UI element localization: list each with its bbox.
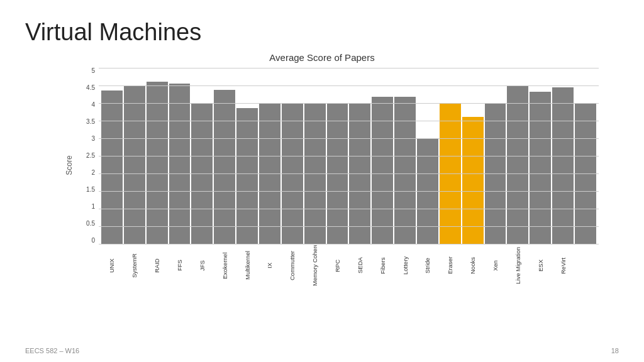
y-tick: 4 (91, 102, 95, 108)
x-label-wrapper: Xen (485, 245, 506, 289)
grid-line (99, 138, 599, 139)
x-label-wrapper: Exokernel (214, 245, 235, 289)
bar (147, 82, 168, 244)
x-label-wrapper: Memory Coherence (304, 245, 326, 289)
bar (214, 90, 235, 244)
x-label: Live Migration (514, 245, 521, 286)
chart-title: Average Score of Papers (45, 52, 599, 63)
x-label: ESX (537, 245, 544, 286)
x-label: Xen (492, 245, 499, 286)
y-tick: 0 (91, 238, 95, 244)
footer-right: 18 (611, 347, 619, 354)
grid-line (99, 85, 599, 86)
x-label: Stride (424, 245, 431, 286)
grid-line (99, 156, 599, 156)
grid-line (99, 103, 599, 104)
x-label-wrapper: UNIX (101, 245, 123, 289)
bar (462, 117, 484, 244)
grid-line (99, 244, 599, 244)
grid-line (99, 191, 599, 192)
grid-line (99, 68, 599, 69)
y-tick: 2.5 (86, 153, 95, 159)
x-label: SEDA (357, 245, 364, 286)
bar (530, 92, 551, 244)
y-tick: 4.5 (86, 85, 95, 91)
x-labels: UNIXSystemRRAIDFFSJFSExokernelMultikerne… (99, 245, 599, 289)
x-label: RAID (153, 245, 160, 286)
x-label: Multikernel (244, 245, 251, 286)
y-axis: 54.543.532.521.510.50 (76, 68, 99, 244)
x-label-wrapper: Fibers (372, 245, 393, 289)
x-label: Eraser (447, 245, 453, 286)
x-label-wrapper: Multikernel (236, 245, 258, 289)
bar (236, 108, 258, 244)
chart-inner: UNIXSystemRRAIDFFSJFSExokernelMultikerne… (99, 68, 599, 289)
x-label: Commutter (289, 245, 296, 286)
x-label-wrapper: Eraser (440, 245, 461, 289)
grid-line (99, 226, 599, 227)
bar (394, 97, 416, 244)
x-label: FFS (176, 245, 183, 286)
bar (552, 87, 574, 244)
y-tick: 2 (91, 170, 95, 176)
x-label: Lottery (402, 245, 409, 286)
y-tick: 5 (91, 68, 95, 74)
footer-left: EECS 582 – W16 (25, 347, 79, 354)
x-label: RPC (334, 245, 341, 286)
chart-container: Average Score of Papers Score 54.543.532… (45, 52, 599, 285)
y-tick: 3.5 (86, 119, 95, 125)
x-label-wrapper: RPC (327, 245, 348, 289)
x-label: Nooks (469, 245, 476, 286)
x-label: ReVirt (560, 245, 567, 286)
slide: Virtual Machines Average Score of Papers… (0, 0, 644, 362)
x-label: IX (266, 245, 273, 286)
x-label-wrapper: IX (259, 245, 280, 289)
grid-bars (99, 68, 599, 244)
bar (124, 85, 145, 244)
x-label-wrapper: Stride (417, 245, 438, 289)
y-tick: 3 (91, 136, 95, 142)
x-label-wrapper: SEDA (349, 245, 370, 289)
y-tick: 0.5 (86, 221, 95, 227)
x-label: Fibers (379, 245, 386, 286)
footer: EECS 582 – W16 18 (25, 347, 619, 354)
x-label: JFS (199, 245, 206, 286)
x-label: UNIX (108, 245, 115, 286)
x-label-wrapper: JFS (191, 245, 213, 289)
y-tick: 1.5 (86, 187, 95, 193)
x-label-wrapper: ESX (530, 245, 551, 289)
x-label-wrapper: Live Migration (507, 245, 528, 289)
y-axis-label: Score (65, 155, 74, 175)
y-tick: 1 (91, 204, 95, 210)
x-label-wrapper: Nooks (462, 245, 484, 289)
x-label-wrapper: FFS (169, 245, 191, 289)
bar (372, 97, 393, 244)
x-label-wrapper: RAID (147, 245, 168, 289)
x-label: Exokernel (221, 245, 228, 286)
bar (169, 84, 191, 244)
x-label: SystemR (131, 245, 138, 286)
x-label-wrapper: SystemR (124, 245, 145, 289)
x-label-wrapper (575, 245, 596, 289)
slide-title: Virtual Machines (25, 19, 619, 46)
x-label: Memory Coherence (311, 245, 318, 286)
x-label-wrapper: ReVirt (552, 245, 574, 289)
grid-line (99, 209, 599, 209)
grid-line (99, 121, 599, 121)
x-label-wrapper: Lottery (394, 245, 416, 289)
grid-line (99, 173, 599, 174)
bar (101, 90, 123, 244)
bar (507, 86, 528, 244)
x-label-wrapper: Commutter (282, 245, 303, 289)
